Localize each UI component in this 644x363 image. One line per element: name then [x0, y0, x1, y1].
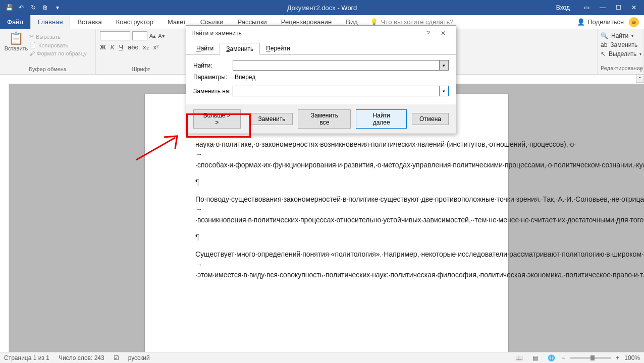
close-icon[interactable]: ✕: [631, 4, 636, 11]
tab-replace[interactable]: Заменить: [220, 43, 260, 55]
zoom-out-icon[interactable]: −: [562, 354, 565, 361]
document-name: Документ2.docx: [287, 4, 336, 12]
replace-button[interactable]: abЗаменить: [601, 40, 640, 49]
search-icon: 🔍: [601, 32, 608, 39]
grow-font-icon[interactable]: A▴: [149, 33, 156, 39]
word-count[interactable]: Число слов: 243: [59, 354, 104, 361]
undo-icon[interactable]: ↶: [17, 4, 25, 12]
dialog-titlebar[interactable]: Найти и заменить ? ✕: [186, 26, 456, 41]
new-doc-icon[interactable]: 🗎: [41, 4, 49, 12]
paste-button[interactable]: 📋 Вставить: [4, 31, 28, 51]
ribbon-display-icon[interactable]: ▭: [584, 4, 589, 11]
find-dropdown-icon[interactable]: ▾: [440, 60, 449, 71]
paragraph-3[interactable]: По·поводу·существования·закономерностей·…: [195, 194, 478, 225]
shrink-font-icon[interactable]: A▾: [158, 33, 165, 39]
cursor-icon: ↖: [601, 50, 606, 57]
copy-button: 📄 Копировать: [29, 42, 91, 48]
window-controls: Вход ▭ — ☐ ✕: [556, 4, 644, 11]
share-icon: 👤: [577, 18, 585, 26]
zoom-slider[interactable]: [570, 357, 611, 359]
print-layout-icon[interactable]: ▤: [529, 353, 541, 362]
tab-design[interactable]: Конструктор: [109, 15, 160, 29]
dialog-title: Найти и заменить: [191, 30, 420, 37]
proofing-icon[interactable]: ☑: [114, 354, 119, 361]
save-icon[interactable]: 💾: [5, 4, 13, 12]
paragraph-4[interactable]: ¶: [195, 232, 478, 242]
superscript-button[interactable]: x²: [153, 43, 159, 51]
web-layout-icon[interactable]: 🌐: [546, 353, 557, 362]
dialog-buttons: Больше > > Заменить Заменить все Найти д…: [186, 104, 456, 134]
select-button[interactable]: ↖Выделить▾: [601, 49, 640, 58]
redo-icon[interactable]: ↻: [29, 4, 37, 12]
tab-insert[interactable]: Вставка: [70, 15, 109, 29]
tab-file[interactable]: Файл: [0, 15, 30, 29]
find-input[interactable]: [233, 60, 440, 71]
subscript-button[interactable]: x₂: [143, 43, 149, 51]
font-group: A▴ A▾ Ж К Ч abc x₂ x² Шрифт: [96, 29, 187, 74]
tab-home[interactable]: Главная: [30, 15, 70, 29]
find-button[interactable]: 🔍Найти▾: [601, 31, 640, 40]
tab-goto[interactable]: Перейти: [260, 43, 296, 54]
replace-label: Заменить на:: [193, 88, 233, 95]
clipboard-launcher-icon[interactable]: ↘: [638, 68, 642, 73]
bold-button[interactable]: Ж: [100, 43, 106, 51]
dialog-help-icon[interactable]: ?: [420, 30, 436, 37]
window-title: Документ2.docx - Word: [287, 4, 357, 12]
paragraph-2[interactable]: ¶: [195, 177, 478, 187]
dialog-tabs: Найти Заменить Перейти: [186, 41, 456, 55]
editing-label: Редактирование: [601, 65, 640, 72]
replace-all-button[interactable]: Заменить все: [298, 109, 351, 129]
tab-find[interactable]: Найти: [190, 43, 220, 54]
font-size-input[interactable]: [132, 31, 147, 40]
share-button[interactable]: 👤 Поделиться: [577, 18, 624, 26]
font-name-input[interactable]: [100, 31, 130, 40]
find-next-button[interactable]: Найти далее: [356, 109, 406, 129]
collapse-ribbon-icon[interactable]: ⌃: [636, 75, 644, 83]
feedback-icon[interactable]: ☺: [629, 17, 639, 27]
replace-dropdown-icon[interactable]: ▾: [440, 86, 449, 96]
paragraph-1[interactable]: наука·о·политике,·о·закономерностях·возн…: [195, 139, 478, 170]
replace-icon: ab: [601, 41, 607, 48]
minimize-icon[interactable]: —: [600, 4, 606, 11]
maximize-icon[interactable]: ☐: [616, 4, 621, 11]
editing-group: 🔍Найти▾ abЗаменить ↖Выделить▾ Редактиров…: [598, 29, 644, 74]
dialog-close-icon[interactable]: ✕: [436, 30, 451, 37]
params-value: Вперед: [235, 74, 255, 81]
paragraph-5[interactable]: Существует·много·определений·понятия·«по…: [195, 249, 478, 280]
clipboard-group: 📋 Вставить ✂ Вырезать 📄 Копировать 🖌 Фор…: [0, 29, 96, 74]
vertical-ruler[interactable]: [0, 84, 9, 352]
find-replace-dialog: Найти и заменить ? ✕ Найти Заменить Пере…: [186, 25, 456, 134]
cancel-button[interactable]: Отмена: [412, 113, 449, 125]
read-mode-icon[interactable]: 📖: [513, 353, 524, 362]
qat-dropdown-icon[interactable]: ▾: [53, 4, 62, 12]
page-indicator[interactable]: Страница 1 из 1: [4, 354, 49, 361]
italic-button[interactable]: К: [111, 43, 115, 51]
replace-one-button[interactable]: Заменить: [251, 113, 293, 125]
format-painter-button: 🖌 Формат по образцу: [29, 50, 91, 56]
strike-button[interactable]: abc: [128, 43, 138, 51]
lightbulb-icon: 💡: [370, 18, 378, 26]
quick-access-toolbar: 💾 ↶ ↻ 🗎 ▾: [0, 4, 67, 12]
cut-button: ✂ Вырезать: [29, 33, 91, 40]
clipboard-label: Буфер обмена: [4, 66, 91, 73]
language-indicator[interactable]: русский: [128, 354, 150, 361]
signin-link[interactable]: Вход: [556, 4, 570, 11]
underline-button[interactable]: Ч: [119, 43, 123, 51]
font-label: Шрифт: [100, 66, 182, 73]
more-button[interactable]: Больше > >: [193, 109, 241, 129]
app-name: Word: [341, 4, 357, 12]
zoom-in-icon[interactable]: +: [616, 354, 619, 361]
zoom-level[interactable]: 100%: [624, 354, 640, 361]
find-label: Найти:: [193, 62, 233, 69]
title-bar: 💾 ↶ ↻ 🗎 ▾ Документ2.docx - Word Вход ▭ —…: [0, 0, 644, 15]
dialog-body: Найти: ▾ Параметры: Вперед Заменить на: …: [186, 55, 456, 104]
params-label: Параметры:: [193, 74, 233, 81]
status-bar: Страница 1 из 1 Число слов: 243 ☑ русски…: [0, 352, 644, 363]
replace-input[interactable]: [233, 86, 440, 96]
